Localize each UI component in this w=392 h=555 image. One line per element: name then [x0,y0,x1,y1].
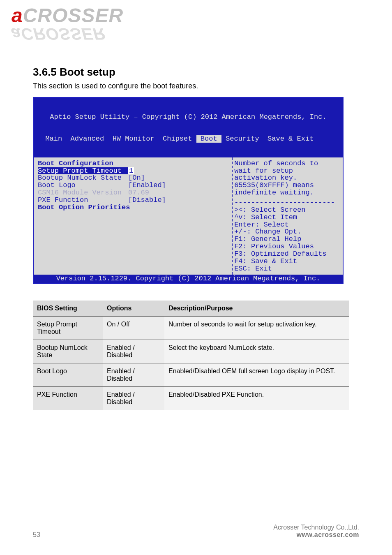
bios-row-label: Boot Logo [38,182,128,189]
page-number: 53 [33,531,40,539]
page-footer: Acrosser Technology Co.,Ltd. www.acrosse… [273,524,359,539]
bios-row-label: Boot Option Priorities [38,204,128,211]
bios-right-pane: Number of seconds to wait for setup acti… [232,157,343,275]
bios-body: Boot Configuration Setup Prompt Timeout1… [34,157,343,275]
logo-a: a [12,5,23,26]
keys-help: ><: Select Screen ^v: Select Item Enter:… [234,206,341,273]
bios-row-label: Bootup NumLock State [38,174,128,182]
table-cell: PXE Function [33,387,103,410]
bios-row[interactable]: Setup Prompt Timeout1 [38,167,229,175]
bios-row-label: CSM16 Module Version [38,189,128,197]
boot-config-header: Boot Configuration [38,160,229,167]
table-row: Bootup NumLock StateEnabled / DisabledSe… [33,340,349,363]
bios-row-value: [Enabled] [128,182,166,189]
table-cell: Enabled / Disabled [103,387,164,410]
bios-row: Bootup NumLock State[On] [38,174,229,182]
bios-row: CSM16 Module Version07.69 [38,189,229,197]
table-row: Setup Prompt TimeoutOn / OffNumber of se… [33,317,349,340]
logo-shadow: aCROSSER [11,25,106,43]
table-row: PXE FunctionEnabled / DisabledEnabled/Di… [33,387,349,410]
bios-left-pane: Boot Configuration Setup Prompt Timeout1… [34,157,232,275]
tabs-post: Security Save & Exit [221,135,314,143]
footer-company: Acrosser Technology Co.,Ltd. [273,524,359,531]
bios-row-label: Setup Prompt Timeout [38,167,128,175]
table-cell: Number of seconds to wait for setup acti… [164,317,349,340]
bios-row-value[interactable]: 1 [128,167,134,175]
bios-row-value: 07.69 [128,189,149,197]
help-text: Number of seconds to wait for setup acti… [234,160,341,197]
table-cell: Enabled / Disabled [103,363,164,387]
brand-logo: aCROSSER aCROSSER [12,4,123,27]
table-cell: Enabled/Disabled OEM full screen Logo di… [164,363,349,387]
bios-screenshot: Aptio Setup Utility – Copyright (C) 2012… [33,97,344,284]
table-cell: Bootup NumLock State [33,340,103,363]
bios-row: Boot Option Priorities [38,204,229,211]
bios-tabs: Main Advanced HW Monitor Chipset Boot Se… [37,135,339,143]
logo-rest: CROSSER [23,5,123,26]
section-heading: 3.6.5 Boot setup [33,66,357,79]
th-desc: Description/Purpose [164,301,349,317]
section-body: This section is used to configure the bo… [33,82,357,90]
bios-row-value: [Disable] [128,197,166,204]
options-table: BIOS Setting Options Description/Purpose… [33,301,349,410]
table-row: Boot LogoEnabled / DisabledEnabled/Disab… [33,363,349,387]
bios-row-value: [On] [128,174,145,182]
table-cell: Select the keyboard NumLock state. [164,340,349,363]
bios-header: Aptio Setup Utility – Copyright (C) 2012… [34,98,343,157]
bios-title: Aptio Setup Utility – Copyright (C) 2012… [37,113,339,121]
table-cell: Enabled/Disabled PXE Function. [164,387,349,410]
bios-row-label: PXE Function [38,197,128,204]
table-cell: Setup Prompt Timeout [33,317,103,340]
table-cell: On / Off [103,317,164,340]
table-cell: Enabled / Disabled [103,340,164,363]
tab-boot[interactable]: Boot [196,135,221,143]
table-cell: Boot Logo [33,363,103,387]
page-content: 3.6.5 Boot setup This section is used to… [33,66,357,410]
table-header-row: BIOS Setting Options Description/Purpose [33,301,349,317]
th-options: Options [103,301,164,317]
tabs-pre: Main Advanced HW Monitor Chipset [37,135,196,143]
bios-row: Boot Logo[Enabled] [38,182,229,189]
th-setting: BIOS Setting [33,301,103,317]
footer-url: www.acrosser.com [273,531,359,539]
bios-footer: Version 2.15.1229. Copyright (C) 2012 Am… [34,275,343,283]
bios-row: PXE Function[Disable] [38,197,229,204]
help-divider: ------------------------ [234,199,341,206]
